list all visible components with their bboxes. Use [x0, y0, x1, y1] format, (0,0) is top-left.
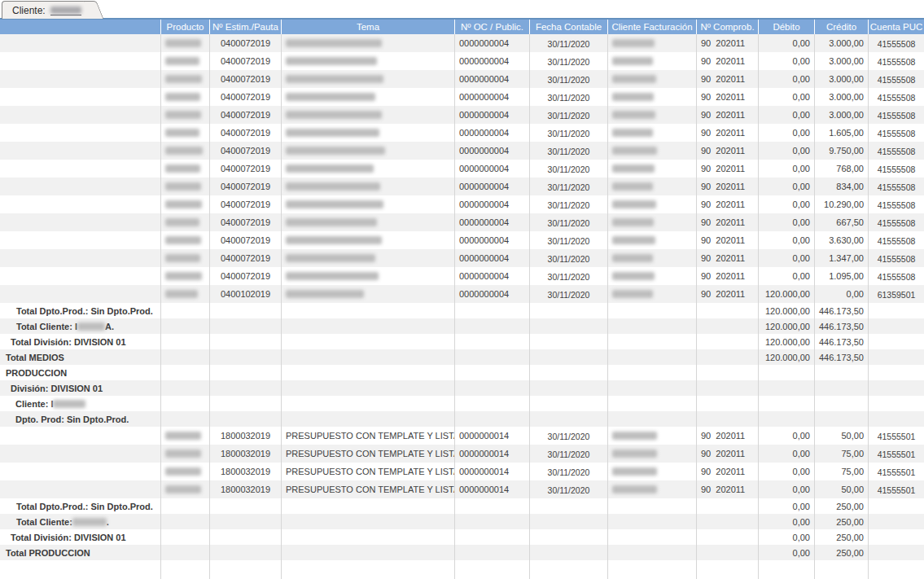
table-row[interactable]: 1800032019PRESUPUESTO CON TEMPLATE Y LIS… [0, 445, 924, 463]
cell-label [0, 195, 160, 213]
column-header-debito[interactable]: Débito [758, 20, 814, 34]
table-row[interactable]: 0400072019000000000430/11/202090 2020110… [0, 52, 924, 70]
cell-credito: 3.630,00 [814, 231, 868, 249]
cell-tema [281, 124, 454, 142]
cell-cuenta [868, 514, 924, 529]
redacted-text [165, 236, 201, 244]
column-header-cliente_fact[interactable]: Cliente Facturación [607, 20, 696, 34]
cell-tema [281, 365, 454, 380]
cell-credito [814, 396, 868, 411]
empty-row [0, 560, 924, 579]
cell-tema [281, 529, 454, 545]
cell-comprob: 90 202011 [696, 178, 758, 195]
table-row[interactable]: 0400072019000000000430/11/202090 2020110… [0, 178, 924, 195]
cell-credito: 3.000,00 [814, 52, 868, 70]
group-label: Total Dpto.Prod.: Sin Dpto.Prod. [0, 498, 160, 514]
cell-estim: 0400072019 [209, 34, 281, 52]
cell-credito: 446.173,50 [814, 303, 868, 318]
total-row: Total Cliente: I A.120.000,00446.173,50 [0, 318, 924, 334]
table-row[interactable]: 0400072019000000000430/11/202090 2020110… [0, 34, 924, 52]
redacted-text [165, 57, 199, 65]
cell-comprob [696, 303, 758, 318]
table-row[interactable]: 0400072019000000000430/11/202090 2020110… [0, 142, 924, 160]
column-header-producto[interactable]: Producto [160, 20, 209, 34]
cell-label [0, 427, 160, 445]
cell-cliente_fact [607, 160, 696, 178]
cell-tema [281, 52, 454, 70]
cell-tema [281, 318, 454, 334]
column-header-fecha[interactable]: Fecha Contable [529, 20, 607, 34]
cell-producto [160, 124, 209, 142]
cell-oc [454, 334, 529, 349]
redacted-text [612, 147, 657, 155]
cell-cliente_fact [607, 124, 696, 142]
cell-cliente_fact [607, 195, 696, 213]
cell-comprob: 90 202011 [696, 106, 758, 124]
cell-fecha [529, 396, 607, 411]
table-row[interactable]: 1800032019PRESUPUESTO CON TEMPLATE Y LIS… [0, 463, 924, 480]
cell-tema [281, 178, 454, 195]
cell-cuenta: 41555508 [868, 178, 924, 195]
cell-credito: 250,00 [814, 498, 868, 514]
cell-estim [209, 411, 281, 427]
table-row[interactable]: 0400072019000000000430/11/202090 2020110… [0, 70, 924, 88]
redacted-text [165, 432, 201, 440]
cell-fecha: 30/11/2020 [529, 213, 607, 231]
cell-debito [758, 365, 814, 380]
column-header-comprob[interactable]: Nº Comprob. [696, 20, 758, 34]
group-label: Total PRODUCCION [0, 545, 160, 560]
column-header-label[interactable] [0, 20, 160, 34]
redacted-text [612, 236, 655, 244]
tab-label: Cliente: [12, 5, 46, 16]
cell-fecha: 30/11/2020 [529, 70, 607, 88]
column-header-credito[interactable]: Crédito [814, 20, 868, 34]
cell-tema [281, 514, 454, 529]
column-header-cuenta[interactable]: Cuenta PUC [868, 20, 924, 34]
redacted-text [165, 272, 202, 280]
table-row[interactable]: 0400072019000000000430/11/202090 2020110… [0, 231, 924, 249]
cell-fecha: 30/11/2020 [529, 285, 607, 303]
cell-credito: 446.173,50 [814, 349, 868, 365]
cell-credito: 1.347,00 [814, 249, 868, 267]
table-row[interactable]: 0400072019000000000430/11/202090 2020110… [0, 124, 924, 142]
table-row[interactable]: 0400102019000000000430/11/202090 2020111… [0, 285, 924, 303]
cell-label [0, 88, 160, 106]
table-row[interactable]: 0400072019000000000430/11/202090 2020110… [0, 195, 924, 213]
column-header-oc[interactable]: Nº OC / Public. [454, 20, 529, 34]
cell-label [0, 249, 160, 267]
table-row[interactable]: 1800032019PRESUPUESTO CON TEMPLATE Y LIS… [0, 480, 924, 498]
cell-tema [281, 142, 454, 160]
cell-cliente_fact [607, 445, 696, 463]
cell-producto [160, 142, 209, 160]
tab-cliente[interactable]: Cliente: [2, 1, 93, 19]
table-row[interactable]: 0400072019000000000430/11/202090 2020110… [0, 213, 924, 231]
cell-credito: 3.000,00 [814, 70, 868, 88]
cell-producto [160, 463, 209, 480]
cell-oc [454, 545, 529, 560]
total-row: Total División: DIVISION 01120.000,00446… [0, 334, 924, 349]
cell-producto [160, 213, 209, 231]
cell-debito: 0,00 [758, 514, 814, 529]
column-header-tema[interactable]: Tema [281, 20, 454, 34]
table-row[interactable]: 1800032019PRESUPUESTO CON TEMPLATE Y LIS… [0, 427, 924, 445]
cell-producto [160, 195, 209, 213]
cell-credito: 1.095,00 [814, 267, 868, 285]
table-row[interactable]: 0400072019000000000430/11/202090 2020110… [0, 160, 924, 178]
cell-comprob: 90 202011 [696, 463, 758, 480]
cell-tema [281, 349, 454, 365]
redacted-text [286, 218, 377, 226]
cell-fecha: 30/11/2020 [529, 106, 607, 124]
cell-label [0, 213, 160, 231]
table-row[interactable]: 0400072019000000000430/11/202090 2020110… [0, 267, 924, 285]
cell-label [0, 267, 160, 285]
table-row[interactable]: 0400072019000000000430/11/202090 2020110… [0, 249, 924, 267]
redacted-text [612, 111, 655, 119]
table-row[interactable]: 0400072019000000000430/11/202090 2020110… [0, 88, 924, 106]
cell-fecha [529, 514, 607, 529]
cell-tema [281, 231, 454, 249]
cell-label [0, 106, 160, 124]
cell-credito: 50,00 [814, 480, 868, 498]
cell-comprob: 90 202011 [696, 52, 758, 70]
table-row[interactable]: 0400072019000000000430/11/202090 2020110… [0, 106, 924, 124]
column-header-estim[interactable]: Nº Estim./Pauta [209, 20, 281, 34]
